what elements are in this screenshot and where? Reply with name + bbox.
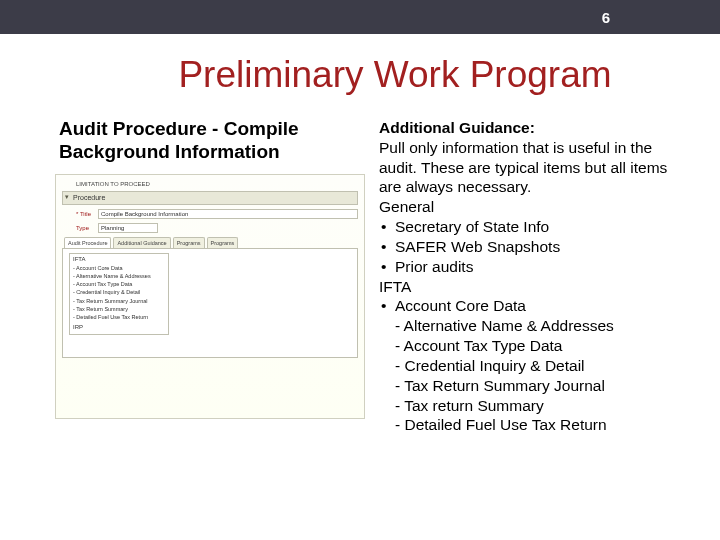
ifta-mini-item: - Tax Return Summary <box>73 305 165 313</box>
tab-body: IFTA - Account Core Data - Alternative N… <box>62 248 358 358</box>
title-input[interactable]: Compile Background Information <box>98 209 358 219</box>
bullet-text: Prior audits <box>395 257 473 277</box>
type-label: Type <box>76 225 98 231</box>
bullet-icon: • <box>379 237 395 257</box>
guidance-body: Pull only information that is useful in … <box>379 138 690 197</box>
bullet-safer: • SAFER Web Snapshots <box>379 237 690 257</box>
right-column: Additional Guidance: Pull only informati… <box>375 118 690 435</box>
sub-tax-type: - Account Tax Type Data <box>379 336 690 356</box>
tabs-row: Audit Procedure Additional Guidance Prog… <box>62 237 358 248</box>
left-column: Audit Procedure - Compile Background Inf… <box>55 118 365 435</box>
tab-audit-procedure[interactable]: Audit Procedure <box>64 237 111 248</box>
sub-credential: - Credential Inquiry & Detail <box>379 356 690 376</box>
bullet-text: SAFER Web Snapshots <box>395 237 560 257</box>
procedure-band: ▾ Procedure <box>62 191 358 205</box>
guidance-title: Additional Guidance: <box>379 118 690 138</box>
ifta-mini-item: - Credential Inquiry & Detail <box>73 288 165 296</box>
ifta-mini-item: - Account Tax Type Data <box>73 280 165 288</box>
form-row-title: * Title Compile Background Information <box>62 209 358 219</box>
page-number-band: 6 <box>0 0 720 34</box>
bullet-icon: • <box>379 257 395 277</box>
bullet-soi: • Secretary of State Info <box>379 217 690 237</box>
main-title: Preliminary Work Program <box>130 54 660 96</box>
sub-return-summary: - Tax return Summary <box>379 396 690 416</box>
form-row-type: Type Planning <box>62 223 358 233</box>
sub-alt-name: - Alternative Name & Addresses <box>379 316 690 336</box>
title-label: * Title <box>76 211 98 217</box>
tab-additional-guidance[interactable]: Additional Guidance <box>113 237 170 248</box>
bullet-text: Secretary of State Info <box>395 217 549 237</box>
page-number: 6 <box>602 9 610 26</box>
ifta-mini-item: - Detailed Fuel Use Tax Return <box>73 313 165 321</box>
tab-programs-1[interactable]: Programs <box>173 237 205 248</box>
bullet-account-core: • Account Core Data <box>379 296 690 316</box>
ifta-mini-header: IFTA <box>73 256 165 262</box>
tab-programs-2[interactable]: Programs <box>207 237 239 248</box>
ifta-mini-item: - Alternative Name & Addresses <box>73 272 165 280</box>
form-top-caption: LIMITATION TO PROCEED <box>62 181 358 187</box>
ifta-column: IFTA - Account Core Data - Alternative N… <box>69 253 169 336</box>
irp-mini-header: IRP <box>73 324 165 330</box>
ifta-header: IFTA <box>379 277 690 297</box>
bullet-icon: • <box>379 217 395 237</box>
procedure-label: Procedure <box>73 194 105 201</box>
bullet-icon: • <box>379 296 395 316</box>
form-panel-screenshot: LIMITATION TO PROCEED ▾ Procedure * Titl… <box>55 174 365 419</box>
general-header: General <box>379 197 690 217</box>
left-heading: Audit Procedure - Compile Background Inf… <box>55 118 365 164</box>
type-input[interactable]: Planning <box>98 223 158 233</box>
sub-detailed-fuel: - Detailed Fuel Use Tax Return <box>379 415 690 435</box>
ifta-mini-item: - Account Core Data <box>73 264 165 272</box>
bullet-text: Account Core Data <box>395 296 526 316</box>
ifta-mini-item: - Tax Return Summary Journal <box>73 297 165 305</box>
content-area: Audit Procedure - Compile Background Inf… <box>0 118 720 435</box>
bullet-prior: • Prior audits <box>379 257 690 277</box>
sub-summary-journal: - Tax Return Summary Journal <box>379 376 690 396</box>
